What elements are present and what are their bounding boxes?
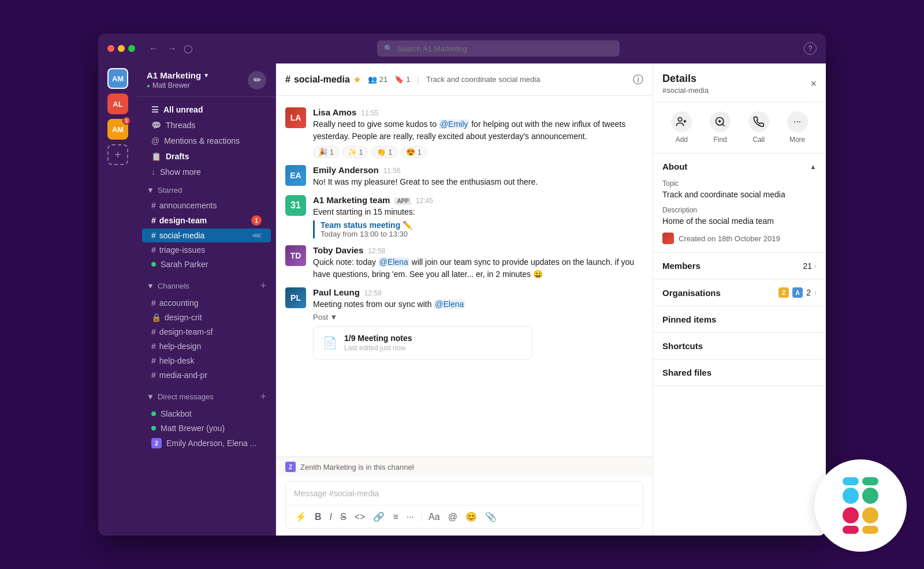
about-title: About [662,162,687,171]
add-dm-button[interactable]: + [260,391,266,403]
message-input-wrapper: ⚡ B I S <> 🔗 ≡ ··· Aa @ 😊 📎 [285,481,643,529]
workspace-name[interactable]: A1 Marketing ▼ [147,70,209,80]
workspace-am-avatar[interactable]: AM [107,68,128,89]
star-icon[interactable]: ★ [353,75,361,84]
emoji-button[interactable]: 😊 [462,509,480,525]
nav-mentions[interactable]: @ Mentions & reactions [142,133,271,148]
panel-action-add[interactable]: Add [671,111,692,144]
attachment-button[interactable]: 📎 [482,509,500,525]
compose-button[interactable]: ✏ [248,71,266,89]
channel-help-desk[interactable]: # help-desk [142,354,271,368]
close-panel-button[interactable]: × [810,78,817,90]
bold-button[interactable]: B [311,510,325,525]
shared-files-row[interactable]: Shared files [653,360,826,386]
channels-section: ▼ Channels + # accounting 🔒 design-crit [137,274,275,385]
panel-action-find[interactable]: Find [710,111,731,144]
organisations-row[interactable]: Organisations Z A 2 › [653,279,826,306]
message-text: No! It was my pleasure! Great to see the… [313,176,643,188]
post-card[interactable]: 📄 1/9 Meeting notes Last edited just now [313,326,532,360]
members-icon: 👥 [368,75,377,84]
panel-subtitle: #social-media [662,86,709,95]
document-icon: 📄 [323,336,337,350]
nav-threads[interactable]: 💬 Threads [142,118,271,133]
members-row[interactable]: Members 21 › [653,253,826,279]
reaction-item[interactable]: ✨ 1 [342,146,368,158]
close-window-button[interactable] [107,45,114,52]
italic-button[interactable]: I [326,510,336,525]
nav-drafts[interactable]: 📋 Drafts [142,149,271,164]
strikethrough-button[interactable]: S [337,510,350,525]
channel-header-name: # social-media ★ [285,74,361,85]
channel-triage-issues[interactable]: # triage-issues [142,243,271,257]
created-by: Created on 18th October 2019 [662,233,817,244]
message-time: 12:45 [416,197,433,205]
message-input[interactable] [286,482,643,505]
reaction-item[interactable]: 🎉 1 [313,146,339,158]
lock-icon: 🔒 [151,313,161,322]
channel-social-media[interactable]: # social-media ⋘ [142,229,271,242]
panel-action-more[interactable]: ··· More [787,111,808,144]
reaction-item[interactable]: 😍 1 [401,146,427,158]
format-button[interactable]: ⚡ [292,509,310,525]
hash-icon: # [151,245,156,254]
meeting-title: Team status meeting ✏️ [321,220,643,230]
more-format-button[interactable]: ··· [403,510,418,525]
dm-emily-elena[interactable]: 2 Emily Anderson, Elena ... [142,436,271,451]
nav-show-more[interactable]: ↓ Show more [142,164,271,179]
dm-slackbot[interactable]: Slackbot [142,407,271,421]
dm-sarah-parker[interactable]: Sarah Parker [142,257,271,271]
pinned-items-row[interactable]: Pinned items [653,306,826,333]
workspace-am2-avatar[interactable]: AM 1 [107,119,128,140]
post-button[interactable]: Post ▼ [313,313,338,321]
channels-section-header[interactable]: ▼ Channels + [137,276,275,295]
channel-design-team-sf[interactable]: # design-team-sf [142,325,271,339]
channel-design-crit[interactable]: 🔒 design-crit [142,310,271,324]
chat-area: # social-media ★ 👥 21 🔖 1 | [276,63,653,536]
code-button[interactable]: <> [351,510,369,525]
dm-matt-brewer[interactable]: Matt Brewer (you) [142,421,271,435]
text-size-button[interactable]: Aa [425,510,444,525]
maximize-window-button[interactable] [128,45,135,52]
nav-all-unread[interactable]: ☰ All unread [142,102,271,117]
starred-collapse-icon: ▼ [147,186,154,194]
online-dot [151,426,156,431]
add-channel-button[interactable]: + [260,280,266,292]
starred-section-header[interactable]: ▼ Starred [137,182,275,198]
creator-avatar [662,233,674,244]
reaction-item[interactable]: 👏 1 [371,146,397,158]
search-bar[interactable]: 🔍 [377,40,620,57]
message-sender: Toby Davies [313,245,363,255]
message-text: Event starting in 15 minutes: [313,206,643,218]
members-count-meta: 👥 21 [368,75,388,84]
channel-announcements[interactable]: # announcements [142,199,271,212]
channel-accounting[interactable]: # accounting [142,296,271,310]
link-button[interactable]: 🔗 [370,509,388,525]
online-dot [151,262,156,267]
channel-design-team[interactable]: # design-team 1 [142,213,271,228]
history-button[interactable]: ◯ [184,41,193,56]
about-section: About ▲ Topic Track and coordinate socia… [653,154,826,253]
about-section-header[interactable]: About ▲ [653,154,826,179]
shortcuts-row[interactable]: Shortcuts [653,333,826,360]
help-button[interactable]: ? [804,42,817,55]
dm-section-header[interactable]: ▼ Direct messages + [137,387,275,406]
hash-icon: # [151,356,156,365]
avatar: PL [285,287,306,308]
list-button[interactable]: ≡ [389,510,401,525]
show-more-icon: ↓ [151,167,155,177]
minimize-window-button[interactable] [118,45,125,52]
forward-button[interactable]: → [165,41,179,56]
message-sender: Lisa Amos [313,107,356,117]
channel-info-button[interactable]: ⓘ [633,73,643,87]
mention-button[interactable]: @ [445,510,461,525]
messages-area: LA Lisa Amos 11:55 Really need to give s… [276,96,653,456]
add-workspace-button[interactable]: + [107,144,128,165]
search-input[interactable] [397,44,613,53]
channel-help-design[interactable]: # help-design [142,339,271,353]
divider: | [418,75,419,84]
panel-action-call[interactable]: Call [748,111,769,144]
channel-media-and-pr[interactable]: # media-and-pr [142,368,271,382]
workspace-al-avatar[interactable]: AL [107,93,128,114]
avatar: TD [285,245,306,266]
back-button[interactable]: ← [147,41,161,56]
